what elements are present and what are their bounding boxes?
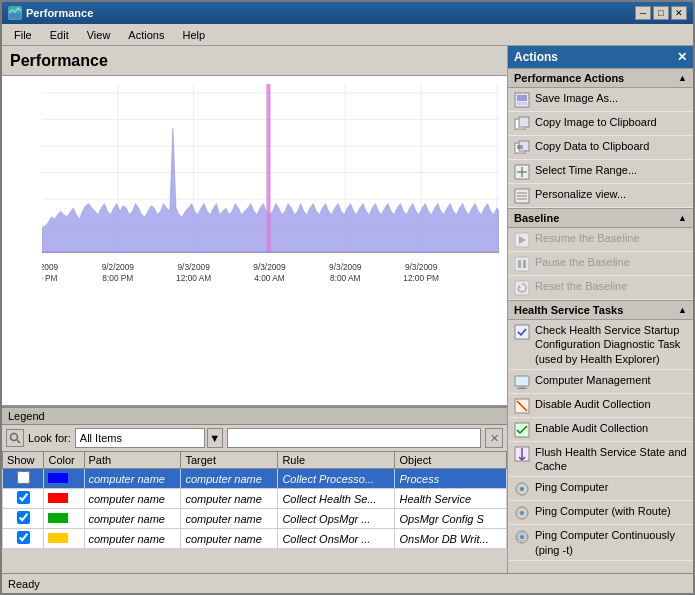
rule-cell: Collect Health Se...: [278, 489, 395, 509]
svg-rect-39: [517, 102, 527, 105]
maximize-button[interactable]: □: [653, 6, 669, 20]
title-bar: Performance ─ □ ✕: [2, 2, 693, 24]
legend-header: Legend: [2, 408, 507, 425]
rule-cell: Collect OpsMgr ...: [278, 509, 395, 529]
table-row[interactable]: computer name computer name Collect OpsM…: [3, 509, 507, 529]
svg-text:12:00 PM: 12:00 PM: [403, 273, 439, 283]
chart-area: 12 12 10 8 6 4 2 0: [2, 76, 507, 406]
close-button[interactable]: ✕: [671, 6, 687, 20]
col-rule: Rule: [278, 452, 395, 469]
legend-table: Show Color Path Target Rule Object: [2, 451, 507, 549]
action-ping-computer[interactable]: Ping Computer: [508, 477, 693, 501]
section-health-service-tasks[interactable]: Health Service Tasks ▲: [508, 300, 693, 320]
action-flush-health-service[interactable]: Flush Health Service State and Cache: [508, 442, 693, 478]
color-cell: [44, 529, 84, 549]
section-performance-actions[interactable]: Performance Actions ▲: [508, 68, 693, 88]
svg-text:8:00 PM: 8:00 PM: [102, 273, 133, 283]
action-ping-computer-continuous[interactable]: Ping Computer Continuously (ping -t): [508, 525, 693, 561]
show-checkbox[interactable]: [17, 511, 30, 524]
color-cell: [44, 509, 84, 529]
object-cell: Process: [395, 469, 507, 489]
action-label: Resume the Baseline: [535, 231, 687, 245]
svg-text:9/3/2009: 9/3/2009: [405, 262, 438, 272]
action-label: Ping Computer Continuously (ping -t): [535, 528, 687, 557]
time-range-icon: [514, 164, 530, 180]
section-baseline[interactable]: Baseline ▲: [508, 208, 693, 228]
legend-area: Legend Look for: ▼ ✕: [2, 406, 507, 549]
menu-actions[interactable]: Actions: [120, 27, 172, 43]
section-collapse-arrow: ▲: [678, 73, 687, 83]
main-window: Performance ─ □ ✕ File Edit View Actions…: [0, 0, 695, 595]
action-label: Ping Computer: [535, 480, 687, 494]
action-label: Personalize view...: [535, 187, 687, 201]
action-resume-baseline: Resume the Baseline: [508, 228, 693, 252]
action-reset-baseline: Reset the Baseline: [508, 276, 693, 300]
col-path: Path: [84, 452, 181, 469]
status-bar: Ready: [2, 573, 693, 593]
action-label: Copy Image to Clipboard: [535, 115, 687, 129]
object-cell: OnsMor DB Writ...: [395, 529, 507, 549]
combo-dropdown-button[interactable]: ▼: [207, 428, 223, 448]
health-check-icon: [514, 324, 530, 340]
search-text-input[interactable]: [227, 428, 481, 448]
action-copy-data[interactable]: Copy Data to Clipboard: [508, 136, 693, 160]
ping-icon: [514, 481, 530, 497]
target-cell: computer name: [181, 469, 278, 489]
search-clear-button[interactable]: ✕: [485, 428, 503, 448]
action-label: Reset the Baseline: [535, 279, 687, 293]
target-cell: computer name: [181, 529, 278, 549]
performance-chart: 12 12 10 8 6 4 2 0: [42, 84, 499, 405]
action-computer-management[interactable]: Computer Management: [508, 370, 693, 394]
svg-rect-41: [519, 117, 529, 127]
show-checkbox[interactable]: [17, 471, 30, 484]
svg-text:9/2/2009: 9/2/2009: [102, 262, 135, 272]
action-check-health-service[interactable]: Check Health Service Startup Configurati…: [508, 320, 693, 370]
svg-text:4:00 PM: 4:00 PM: [42, 273, 57, 283]
pause-icon: [514, 256, 530, 272]
menu-help[interactable]: Help: [174, 27, 213, 43]
action-label: Ping Computer (with Route): [535, 504, 687, 518]
action-label: Select Time Range...: [535, 163, 687, 177]
action-label: Save Image As...: [535, 91, 687, 105]
color-swatch: [48, 473, 68, 483]
action-label: Disable Audit Collection: [535, 397, 687, 411]
path-cell: computer name: [84, 509, 181, 529]
action-select-time-range[interactable]: Select Time Range...: [508, 160, 693, 184]
color-swatch: [48, 513, 68, 523]
show-checkbox[interactable]: [17, 491, 30, 504]
action-ping-computer-route[interactable]: Ping Computer (with Route): [508, 501, 693, 525]
color-swatch: [48, 533, 68, 543]
show-cell: [3, 509, 44, 529]
menu-file[interactable]: File: [6, 27, 40, 43]
search-combo: ▼: [75, 428, 223, 448]
app-icon: [8, 6, 22, 20]
svg-point-35: [11, 434, 18, 441]
minimize-button[interactable]: ─: [635, 6, 651, 20]
menu-bar: File Edit View Actions Help: [2, 24, 693, 46]
svg-rect-56: [518, 260, 521, 268]
target-cell: computer name: [181, 489, 278, 509]
table-row[interactable]: computer name computer name Collect OnsM…: [3, 529, 507, 549]
color-cell: [44, 489, 84, 509]
action-copy-image[interactable]: Copy Image to Clipboard: [508, 112, 693, 136]
actions-close-button[interactable]: ✕: [677, 50, 687, 64]
legend-table-wrap: Show Color Path Target Rule Object: [2, 451, 507, 549]
svg-rect-58: [515, 281, 529, 295]
action-enable-audit[interactable]: Enable Audit Collection: [508, 418, 693, 442]
look-for-input[interactable]: [75, 428, 205, 448]
action-label: Copy Data to Clipboard: [535, 139, 687, 153]
action-save-image[interactable]: Save Image As...: [508, 88, 693, 112]
svg-rect-63: [517, 388, 527, 389]
action-disable-audit[interactable]: Disable Audit Collection: [508, 394, 693, 418]
table-row[interactable]: computer name computer name Collect Proc…: [3, 469, 507, 489]
action-label: Flush Health Service State and Cache: [535, 445, 687, 474]
svg-rect-22: [266, 84, 270, 252]
table-row[interactable]: computer name computer name Collect Heal…: [3, 489, 507, 509]
show-checkbox[interactable]: [17, 531, 30, 544]
svg-rect-57: [523, 260, 526, 268]
show-cell: [3, 529, 44, 549]
menu-edit[interactable]: Edit: [42, 27, 77, 43]
svg-text:12:00 AM: 12:00 AM: [176, 273, 211, 283]
menu-view[interactable]: View: [79, 27, 119, 43]
action-personalize-view[interactable]: Personalize view...: [508, 184, 693, 208]
